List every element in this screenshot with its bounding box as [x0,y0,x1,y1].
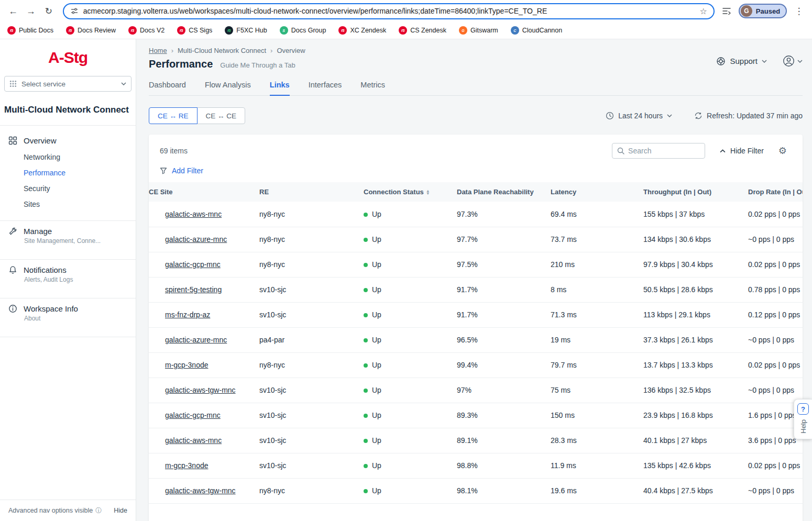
ce-site-link[interactable]: m-gcp-3node [165,361,209,369]
hide-filter-button[interactable]: Hide Filter [720,147,764,155]
sort-icon[interactable] [427,190,429,195]
support-menu[interactable]: Support [716,57,767,66]
guide-me-link[interactable]: Guide Me Through a Tab [220,61,295,69]
sidebar-subnav-item[interactable]: Performance [0,165,136,181]
status-up-dot [364,313,368,317]
breadcrumb: Home Multi-Cloud Network Connect Overvie… [149,47,803,54]
tab[interactable]: Flow Analysis [205,81,251,95]
service-selector[interactable]: Select service [4,76,131,92]
browser-forward-icon[interactable] [23,3,39,19]
column-header-label: CE Site [149,188,173,196]
ce-site-link[interactable]: galactic-azure-mnc [165,336,227,344]
clock-icon [606,112,614,120]
reachability-cell: 97.7% [457,227,551,252]
drop-rate-cell: ~0 pps | 0 pps [748,478,803,503]
ce-site-link[interactable]: galactic-aws-mnc [165,436,222,445]
status-up-dot [364,363,368,368]
site-settings-icon[interactable] [70,7,79,15]
ce-site-link[interactable]: galactic-azure-mnc [165,235,227,243]
bookmark-item[interactable]: f5 XC Zendesk [338,26,386,35]
ce-site-link[interactable]: galactic-aws-mnc [165,210,222,218]
sidebar-item-overview[interactable]: Overview [0,132,136,149]
breadcrumb-item[interactable]: Overview [270,47,305,54]
re-cell: sv10-sjc [259,453,364,478]
address-bar[interactable]: acmecorp.staging.volterra.us/web/workspa… [63,3,715,19]
browser-profile-chip[interactable]: G Paused [739,4,787,18]
ce-site-link[interactable]: galactic-aws-tgw-mnc [165,386,236,394]
browser-back-icon[interactable] [5,3,21,19]
bookmark-item[interactable]: f5 F5XC Hub [225,26,267,35]
tab[interactable]: Links [270,81,290,96]
ce-site-cell: m-gcp-3node [149,453,259,478]
bookmark-item[interactable]: f5 Docs Review [66,26,116,35]
ce-site-link[interactable]: galactic-gcp-mnc [165,260,221,269]
gear-icon[interactable] [778,145,787,157]
bookmark-item[interactable]: f5 Docs V2 [128,26,164,35]
column-header[interactable]: Connection Status [364,182,457,202]
ce-site-link[interactable]: ms-fnz-drp-az [165,311,210,319]
time-range-label: Last 24 hours [618,112,663,120]
ce-site-link[interactable]: m-gcp-3node [165,461,209,470]
bookmark-item[interactable]: C CloudCannon [511,26,562,35]
search-box[interactable] [612,143,705,159]
bookmark-favicon: S [280,26,288,35]
add-filter-button[interactable]: Add Filter [160,167,203,175]
breadcrumb-item[interactable]: Multi-Cloud Network Connect [171,47,266,54]
tab[interactable]: Metrics [360,81,385,95]
advanced-nav-label: Advanced nav options visible [8,507,93,514]
profile-avatar: G [741,5,752,17]
ce-site-cell: galactic-aws-mnc [149,428,259,453]
column-header[interactable]: Drop Rate (In | Out) [748,182,803,202]
link-type-option[interactable]: CE ↔ CE [197,107,246,124]
hide-advanced-nav-link[interactable]: Hide [114,507,127,514]
bookmark-item[interactable]: f5 CS Zendesk [399,26,446,35]
tab[interactable]: Interfaces [309,81,342,95]
bookmark-item[interactable]: f5 Public Docs [7,26,53,35]
column-header[interactable]: Latency [551,182,643,202]
connection-status-cell: Up [364,227,457,252]
overview-grid-icon [8,136,17,145]
account-menu[interactable] [783,55,803,67]
ce-site-link[interactable]: spirent-5g-testing [165,285,222,294]
bookmark-item[interactable]: S Docs Group [280,26,326,35]
search-icon [617,147,624,154]
latency-cell: 75 ms [551,378,643,403]
status-label: Up [372,260,381,269]
brand-logo[interactable]: A-Stg [0,39,136,66]
column-header[interactable]: Data Plane Reachability [457,182,551,202]
sidebar-item-manage[interactable]: Manage Site Management, Conne... [0,221,136,251]
browser-menu-icon[interactable] [791,3,807,19]
ce-site-link[interactable]: galactic-aws-tgw-mnc [165,486,236,495]
help-button[interactable]: Help [794,399,812,439]
filter-funnel-icon [160,167,167,174]
throughput-cell: 40.1 kbps | 27 kbps [643,428,748,453]
column-header[interactable]: RE [259,182,364,202]
sidebar-item-workspace-info[interactable]: Workspace Info About [0,298,136,328]
service-selector-label: Select service [21,80,116,88]
bookmark-item[interactable]: G Gitswarm [459,26,498,35]
time-range-selector[interactable]: Last 24 hours [606,112,672,120]
sidebar-item-notifications[interactable]: Notifications Alerts, Audit Logs [0,260,136,290]
drop-rate-cell: ~0 pps | 0 pps [748,227,803,252]
apps-grid-icon [9,80,17,87]
bookmark-item[interactable]: f5 CS Sigs [177,26,212,35]
browser-reload-icon[interactable] [41,3,57,19]
column-header[interactable]: Throughput (In | Out) [643,182,748,202]
refresh-control[interactable]: Refresh: Updated 37 min ago [694,112,803,120]
sidebar-subnav-item[interactable]: Security [0,181,136,196]
ce-site-cell: spirent-5g-testing [149,277,259,302]
column-header[interactable]: CE Site [149,182,259,202]
tab[interactable]: Dashboard [149,81,186,95]
column-header-label: Drop Rate (In | Out) [748,188,803,196]
sidebar-subnav-item[interactable]: Sites [0,196,136,212]
breadcrumb-item[interactable]: Home [149,47,167,54]
link-type-option[interactable]: CE ↔ RE [149,107,197,124]
ce-site-cell: galactic-azure-mnc [149,327,259,352]
reading-list-icon[interactable] [722,7,731,15]
help-label: Help [799,419,807,434]
ce-site-link[interactable]: galactic-gcp-mnc [165,411,221,419]
bookmark-star-icon[interactable] [700,6,707,16]
sidebar-subnav-item[interactable]: Networking [0,149,136,165]
reachability-cell: 97% [457,378,551,403]
search-input[interactable] [628,147,700,155]
